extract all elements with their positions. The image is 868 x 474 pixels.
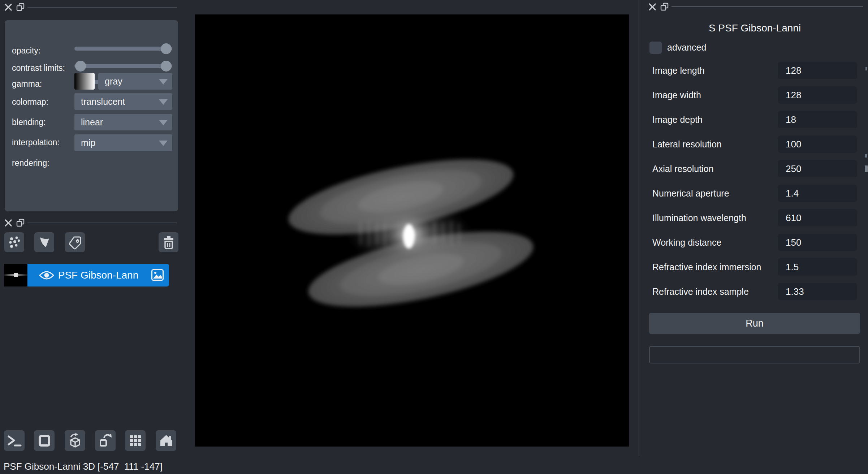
- float-panel-icon[interactable]: [16, 3, 25, 12]
- plugin-field-row: Image length128: [642, 62, 868, 86]
- field-input[interactable]: 610: [778, 209, 857, 227]
- interpolation-dropdown[interactable]: linear: [74, 114, 172, 130]
- status-bar-coordinates: PSF Gibson-Lanni 3D [-547 111 -147]: [4, 461, 163, 472]
- panel-header-divider: [27, 7, 177, 8]
- contrast-high-handle[interactable]: [161, 61, 172, 72]
- transpose-icon: [98, 433, 113, 449]
- contrast-limits-label: contrast limits:: [12, 63, 65, 73]
- chevron-down-icon: [159, 120, 168, 125]
- interpolation-value: linear: [81, 117, 103, 128]
- scrollbar-mark: [865, 154, 867, 158]
- new-shapes-layer-button[interactable]: [34, 232, 54, 252]
- trash-icon: [161, 235, 176, 250]
- scrollbar-handle[interactable]: [865, 165, 868, 172]
- transpose-dimensions-button[interactable]: [95, 430, 116, 451]
- close-panel-icon[interactable]: [4, 218, 13, 228]
- plugin-field-row: Image depth18: [642, 111, 868, 135]
- colormap-dropdown[interactable]: gray: [98, 73, 172, 90]
- field-input[interactable]: 128: [778, 62, 857, 79]
- contrast-limits-slider[interactable]: [74, 64, 172, 68]
- layer-name: PSF Gibson-Lann: [58, 270, 139, 281]
- field-label: Axial resolution: [652, 164, 714, 174]
- field-value: 1.33: [786, 286, 804, 297]
- home-reset-view-button[interactable]: [156, 430, 176, 451]
- field-input[interactable]: 128: [778, 86, 857, 104]
- console-icon: [7, 433, 22, 448]
- opacity-label: opacity:: [12, 46, 40, 56]
- field-value: 250: [786, 163, 801, 174]
- home-icon: [159, 433, 174, 448]
- ndisplay-toggle-button[interactable]: [34, 430, 55, 451]
- dock-splitter[interactable]: [639, 0, 639, 456]
- chevron-down-icon: [159, 99, 168, 105]
- square-2d-icon: [37, 433, 52, 448]
- delete-layer-button[interactable]: [159, 232, 178, 252]
- plugin-field-row: Image width128: [642, 86, 868, 111]
- float-panel-icon[interactable]: [660, 2, 669, 12]
- plugin-fields: Image length128Image width128Image depth…: [642, 62, 868, 307]
- progress-bar: [649, 346, 860, 363]
- new-labels-layer-button[interactable]: [65, 232, 85, 252]
- panel-header-divider: [671, 6, 863, 7]
- opacity-slider[interactable]: [74, 47, 172, 51]
- contrast-low-handle[interactable]: [75, 61, 86, 72]
- psf-3d-rendering: [195, 14, 629, 447]
- shapes-icon: [37, 235, 52, 250]
- field-value: 100: [786, 139, 801, 150]
- colormap-value: gray: [105, 76, 122, 87]
- rendering-value: mip: [81, 138, 95, 148]
- field-input[interactable]: 250: [778, 160, 857, 177]
- field-value: 1.5: [786, 262, 799, 273]
- field-input[interactable]: 1.5: [778, 258, 857, 276]
- field-input[interactable]: 150: [778, 234, 857, 251]
- field-label: Numerical aperture: [652, 188, 729, 199]
- plugin-title: S PSF Gibson-Lanni: [642, 22, 868, 34]
- blending-dropdown[interactable]: translucent: [74, 93, 172, 110]
- advanced-checkbox[interactable]: [649, 42, 662, 54]
- field-input[interactable]: 100: [778, 135, 857, 153]
- napari-window: opacity: contrast limits: gamma: colorma…: [0, 0, 868, 474]
- blending-label: blending:: [12, 117, 46, 127]
- chevron-down-icon: [159, 141, 168, 146]
- new-points-layer-button[interactable]: [4, 232, 24, 252]
- field-input[interactable]: 1.33: [778, 283, 857, 300]
- plugin-field-row: Numerical aperture1.4: [642, 185, 868, 209]
- console-button[interactable]: [4, 430, 25, 451]
- rendering-dropdown[interactable]: mip: [74, 134, 172, 151]
- cube-rotate-icon: [67, 433, 83, 449]
- field-value: 18: [786, 114, 796, 125]
- visibility-eye-icon[interactable]: [38, 270, 55, 281]
- close-panel-icon[interactable]: [648, 2, 657, 12]
- layer-list-item[interactable]: PSF Gibson-Lann: [27, 264, 169, 286]
- rendering-label: rendering:: [12, 158, 49, 168]
- panel-header-divider: [27, 223, 177, 223]
- close-panel-icon[interactable]: [4, 3, 13, 12]
- field-value: 150: [786, 237, 801, 248]
- plugin-field-row: Illumination wavelength610: [642, 209, 868, 234]
- blending-value: translucent: [81, 96, 125, 107]
- psf-simulator-plugin-panel: S PSF Gibson-Lanni advanced Image length…: [642, 0, 868, 474]
- field-label: Working distance: [652, 237, 721, 248]
- float-panel-icon[interactable]: [16, 218, 25, 228]
- field-label: Image depth: [652, 115, 703, 125]
- viewer-canvas[interactable]: [195, 14, 629, 447]
- field-value: 610: [786, 212, 801, 224]
- plugin-field-row: Axial resolution250: [642, 160, 868, 185]
- plugin-field-row: Refractive index sample1.33: [642, 283, 868, 307]
- grid-view-button[interactable]: [125, 430, 146, 451]
- layer-controls-panel: opacity: contrast limits: gamma: colorma…: [5, 20, 178, 211]
- field-label: Illumination wavelength: [652, 213, 746, 223]
- plugin-field-row: Lateral resolution100: [642, 135, 868, 160]
- field-input[interactable]: 18: [778, 111, 857, 128]
- field-value: 1.4: [786, 188, 799, 199]
- opacity-slider-handle[interactable]: [161, 43, 172, 54]
- field-label: Lateral resolution: [652, 139, 722, 150]
- colormap-label: colormap:: [12, 97, 48, 107]
- scrollbar-mark: [865, 67, 867, 70]
- colormap-gradient-swatch: [74, 73, 95, 90]
- field-input[interactable]: 1.4: [778, 185, 857, 202]
- layer-thumbnail: [4, 264, 27, 286]
- run-button[interactable]: Run: [649, 313, 860, 334]
- roll-dimensions-button[interactable]: [65, 430, 85, 451]
- grid-icon: [128, 433, 143, 448]
